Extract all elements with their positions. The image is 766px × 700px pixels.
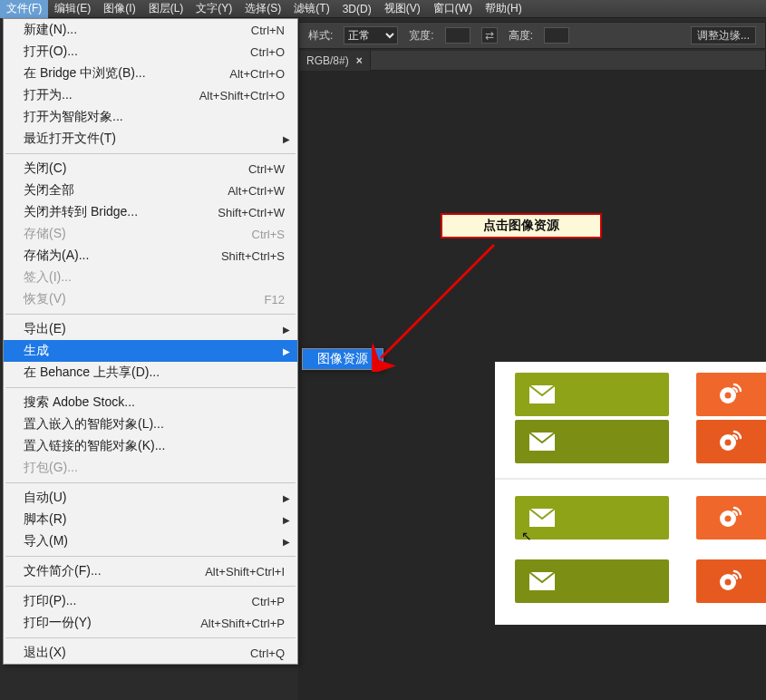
menubar-item[interactable]: 编辑(E)	[48, 0, 97, 18]
menu-separator	[5, 314, 296, 315]
weibo-icon	[718, 505, 742, 529]
menu-item-label: 新建(N)...	[24, 22, 233, 38]
menu-item-accel: Ctrl+P	[234, 595, 285, 608]
menubar-item[interactable]: 图层(L)	[142, 0, 190, 18]
menu-item[interactable]: 自动(U)	[4, 487, 297, 509]
menu-item[interactable]: 脚本(R)	[4, 509, 297, 530]
svg-point-12	[725, 579, 732, 586]
menu-item-accel: Shift+Ctrl+S	[203, 249, 285, 263]
document-tab[interactable]: RGB/8#) ×	[299, 51, 371, 71]
menu-item-label: 在 Bridge 中浏览(B)...	[24, 65, 211, 82]
menu-item-accel: Ctrl+W	[230, 162, 285, 176]
document-tab-title: RGB/8#)	[306, 54, 349, 67]
style-label: 样式:	[308, 28, 333, 44]
menu-item-label: 打开为智能对象...	[24, 109, 285, 125]
menu-item[interactable]: 新建(N)...Ctrl+N	[4, 19, 297, 41]
menubar-item[interactable]: 文件(F)	[0, 0, 48, 18]
submenu-item-image-assets[interactable]: 图像资源	[303, 349, 383, 369]
menubar-item[interactable]: 文字(Y)	[189, 0, 238, 18]
menu-item-label: 关闭(C)	[24, 160, 230, 177]
menu-item-label: 自动(U)	[24, 490, 285, 506]
height-field[interactable]	[544, 27, 569, 44]
file-menu: 新建(N)...Ctrl+N打开(O)...Ctrl+O在 Bridge 中浏览…	[3, 18, 298, 665]
menu-item-label: 导出(E)	[24, 321, 285, 337]
weibo-icon	[718, 429, 742, 452]
menu-separator	[5, 387, 296, 388]
menu-item-label: 打开为...	[24, 87, 181, 103]
svg-point-9	[725, 516, 732, 522]
menu-item-label: 打印(P)...	[24, 593, 234, 609]
menu-item-label: 搜索 Adobe Stock...	[24, 394, 285, 411]
menu-item[interactable]: 文件简介(F)...Alt+Shift+Ctrl+I	[4, 560, 297, 582]
menu-item: 存储(S)Ctrl+S	[4, 223, 297, 245]
generate-submenu: 图像资源	[302, 348, 383, 370]
menu-item-accel: Alt+Ctrl+W	[209, 184, 285, 198]
submenu-item-label: 图像资源	[317, 351, 368, 367]
menubar-item[interactable]: 视图(V)	[378, 0, 427, 18]
mail-icon	[529, 385, 555, 403]
menu-item-label: 置入链接的智能对象(K)...	[24, 438, 285, 454]
menu-separator	[5, 586, 296, 587]
menubar-item[interactable]: 窗口(W)	[427, 0, 479, 18]
menu-item-label: 打包(G)...	[24, 460, 285, 476]
menubar-item[interactable]: 滤镜(T)	[287, 0, 335, 18]
menu-item-accel: Shift+Ctrl+W	[199, 206, 285, 219]
menu-item[interactable]: 打印一份(Y)Alt+Shift+Ctrl+P	[4, 612, 297, 634]
menu-item-accel: Alt+Ctrl+O	[211, 67, 285, 81]
menu-item[interactable]: 搜索 Adobe Stock...	[4, 392, 297, 413]
menubar-item[interactable]: 帮助(H)	[479, 0, 528, 18]
menu-item[interactable]: 导入(M)	[4, 530, 297, 552]
menubar-item[interactable]: 图像(I)	[97, 0, 141, 18]
menu-item-label: 存储为(A)...	[24, 248, 203, 264]
design-preview	[495, 362, 766, 625]
menu-item-label: 在 Behance 上共享(D)...	[24, 365, 285, 381]
menu-item[interactable]: 关闭全部Alt+Ctrl+W	[4, 180, 297, 201]
menu-item[interactable]: 打开为智能对象...	[4, 106, 297, 128]
menu-separator	[5, 637, 296, 638]
menu-item-label: 打开(O)...	[24, 44, 232, 60]
menu-item[interactable]: 打开(O)...Ctrl+O	[4, 41, 297, 63]
menubar: 文件(F)编辑(E)图像(I)图层(L)文字(Y)选择(S)滤镜(T)3D(D)…	[0, 0, 766, 18]
menu-item[interactable]: 最近打开文件(T)	[4, 128, 297, 150]
menu-item-label: 脚本(R)	[24, 511, 285, 528]
menu-item-accel: Alt+Shift+Ctrl+O	[181, 89, 285, 102]
menubar-item[interactable]: 选择(S)	[238, 0, 287, 18]
menu-item[interactable]: 置入嵌入的智能对象(L)...	[4, 413, 297, 435]
svg-point-6	[725, 440, 732, 446]
menu-item-label: 打印一份(Y)	[24, 615, 182, 631]
menu-item-accel: F12	[247, 293, 285, 306]
menu-item-accel: Alt+Shift+Ctrl+I	[187, 565, 285, 578]
close-icon[interactable]: ×	[356, 54, 363, 67]
menu-separator	[5, 482, 296, 483]
menu-item-label: 导入(M)	[24, 533, 285, 549]
menu-item[interactable]: 生成	[4, 340, 297, 362]
menu-item-label: 退出(X)	[24, 645, 232, 661]
menu-item-accel: Ctrl+Q	[232, 647, 285, 660]
adjust-edges-button[interactable]: 调整边缘...	[691, 26, 756, 44]
menu-item[interactable]: 打开为...Alt+Shift+Ctrl+O	[4, 84, 297, 106]
menu-item[interactable]: 存储为(A)...Shift+Ctrl+S	[4, 245, 297, 267]
menu-item[interactable]: 在 Behance 上共享(D)...	[4, 362, 297, 384]
menu-item: 恢复(V)F12	[4, 288, 297, 310]
menu-item[interactable]: 关闭并转到 Bridge...Shift+Ctrl+W	[4, 201, 297, 223]
menu-item-accel: Alt+Shift+Ctrl+P	[182, 617, 285, 630]
annotation-callout: 点击图像资源	[441, 213, 602, 238]
mail-icon	[529, 433, 555, 451]
svg-point-3	[725, 393, 732, 399]
menu-item[interactable]: 导出(E)	[4, 318, 297, 340]
menu-item[interactable]: 在 Bridge 中浏览(B)...Alt+Ctrl+O	[4, 63, 297, 84]
swap-dimensions-icon[interactable]: ⇄	[481, 27, 498, 44]
menu-item[interactable]: 退出(X)Ctrl+Q	[4, 642, 297, 664]
height-label: 高度:	[509, 28, 533, 44]
style-select[interactable]: 正常	[344, 26, 398, 44]
menu-separator	[5, 556, 296, 557]
menu-item[interactable]: 关闭(C)Ctrl+W	[4, 158, 297, 180]
menu-item[interactable]: 置入链接的智能对象(K)...	[4, 435, 297, 457]
mail-icon	[529, 572, 555, 590]
menu-item-label: 置入嵌入的智能对象(L)...	[24, 416, 285, 433]
menu-item-label: 签入(I)...	[24, 269, 285, 286]
menubar-item[interactable]: 3D(D)	[336, 1, 378, 17]
width-field[interactable]	[445, 27, 470, 44]
menu-item-label: 文件简介(F)...	[24, 563, 187, 579]
menu-item[interactable]: 打印(P)...Ctrl+P	[4, 590, 297, 612]
